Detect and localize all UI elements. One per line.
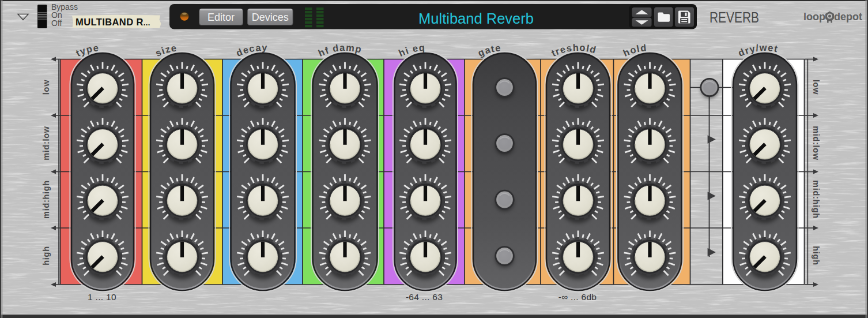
svg-text:1 ... 10: 1 ... 10 <box>88 292 116 302</box>
svg-text:REVERB: REVERB <box>710 9 759 25</box>
svg-text:mid:high: mid:high <box>812 180 821 219</box>
svg-text:Devices: Devices <box>252 12 289 23</box>
svg-text:Editor: Editor <box>207 12 235 23</box>
svg-text:low: low <box>41 80 51 95</box>
svg-text:low: low <box>812 80 821 95</box>
svg-text:-64 ... 63: -64 ... 63 <box>406 292 443 302</box>
svg-text:mid:low: mid:low <box>812 126 821 160</box>
svg-text:mid:high: mid:high <box>41 180 51 219</box>
svg-text:Multiband Reverb: Multiband Reverb <box>418 10 534 27</box>
svg-text:loop: loop <box>803 11 825 23</box>
svg-text:MULTIBAND R...: MULTIBAND R... <box>76 17 150 27</box>
svg-text:depot: depot <box>834 11 862 23</box>
svg-text:Off: Off <box>51 18 62 28</box>
svg-text:high: high <box>812 246 821 265</box>
svg-text:-∞ ... 6db: -∞ ... 6db <box>558 292 597 302</box>
svg-text:high: high <box>41 246 51 265</box>
svg-text:mid:low: mid:low <box>41 126 51 160</box>
